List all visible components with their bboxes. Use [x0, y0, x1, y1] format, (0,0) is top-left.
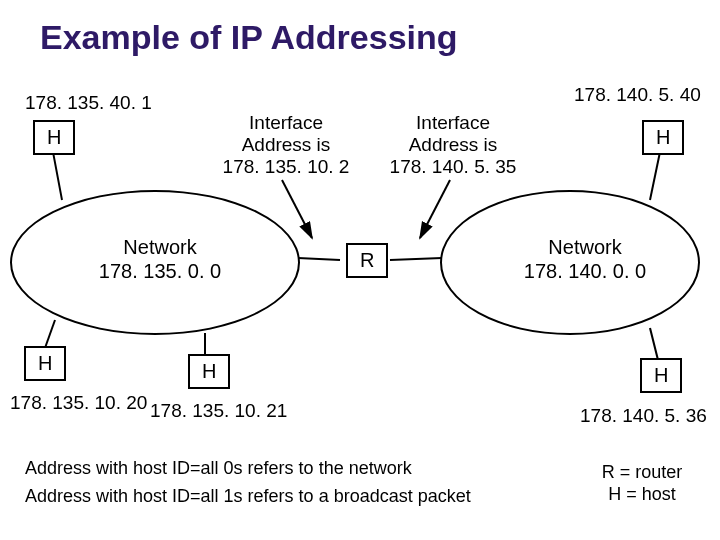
legend: R = router H = host [592, 462, 692, 505]
text-line: H = host [608, 484, 676, 504]
footnote-2: Address with host ID=all 1s refers to a … [25, 486, 471, 507]
host-box-bottom-1: H [24, 346, 66, 381]
svg-line-6 [45, 320, 55, 348]
interface-label-left: Interface Address is 178. 135. 10. 2 [216, 112, 356, 178]
ip-label-bottom-2: 178. 135. 10. 21 [150, 400, 287, 422]
footnote-1: Address with host ID=all 0s refers to th… [25, 458, 412, 479]
svg-line-3 [420, 180, 450, 238]
host-box-bottom-3: H [640, 358, 682, 393]
host-box-top-right: H [642, 120, 684, 155]
svg-line-4 [298, 258, 340, 260]
host-box-bottom-2: H [188, 354, 230, 389]
text-line: 178. 135. 10. 2 [223, 156, 350, 177]
text-line: 178. 140. 0. 0 [524, 260, 646, 282]
text-line: Address is [242, 134, 331, 155]
svg-line-5 [390, 258, 442, 260]
interface-label-right: Interface Address is 178. 140. 5. 35 [383, 112, 523, 178]
text-line: Address is [409, 134, 498, 155]
text-line: Network [548, 236, 621, 258]
network-label-left: Network 178. 135. 0. 0 [85, 235, 235, 283]
text-line: R = router [602, 462, 683, 482]
text-line: Network [123, 236, 196, 258]
ip-label-top-right: 178. 140. 5. 40 [574, 84, 701, 106]
text-line: Interface [416, 112, 490, 133]
text-line: Interface [249, 112, 323, 133]
svg-line-0 [53, 152, 62, 200]
slide-title: Example of IP Addressing [40, 18, 458, 57]
ip-label-bottom-3: 178. 140. 5. 36 [580, 405, 707, 427]
svg-line-1 [650, 152, 660, 200]
ip-label-top-left: 178. 135. 40. 1 [25, 92, 152, 114]
text-line: 178. 140. 5. 35 [390, 156, 517, 177]
network-label-right: Network 178. 140. 0. 0 [510, 235, 660, 283]
host-box-top-left: H [33, 120, 75, 155]
text-line: 178. 135. 0. 0 [99, 260, 221, 282]
router-box: R [346, 243, 388, 278]
svg-line-8 [650, 328, 658, 360]
svg-line-2 [282, 180, 312, 238]
ip-label-bottom-1: 178. 135. 10. 20 [10, 392, 147, 414]
